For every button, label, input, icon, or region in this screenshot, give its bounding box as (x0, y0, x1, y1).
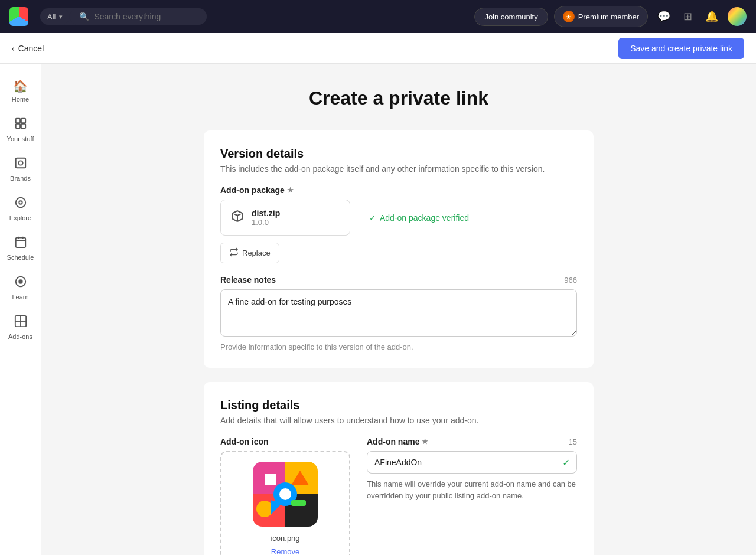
addon-name-input[interactable] (367, 451, 577, 474)
char-count-addon-name: 15 (569, 438, 577, 446)
addon-name-required: ★ (422, 438, 428, 446)
search-bar: 🔍 (70, 8, 207, 25)
version-section-title: Version details (220, 147, 577, 161)
svg-rect-1 (21, 119, 25, 123)
listing-section-desc: Add details that will allow users to und… (220, 416, 577, 425)
listing-grid: Add-on icon (220, 437, 577, 555)
addon-name-header: Add-on name ★ 15 (367, 437, 577, 446)
addon-name-hint: This name will override your current add… (367, 478, 577, 501)
release-notes-textarea[interactable] (220, 289, 577, 337)
sidebar-label-explore: Explore (9, 214, 31, 221)
svg-point-23 (279, 488, 291, 500)
svg-rect-0 (15, 119, 19, 123)
required-marker: ★ (287, 186, 294, 194)
verified-badge: ✓ Add-on package verified (369, 213, 469, 223)
addon-name-section: Add-on name ★ 15 ✓ This name will overri… (367, 437, 577, 501)
package-info: dist.zip 1.0.0 (252, 208, 280, 227)
app-logo[interactable] (9, 7, 28, 26)
verified-text: Add-on package verified (380, 213, 469, 223)
addon-package-label: Add-on package ★ (220, 185, 577, 195)
cancel-label: Cancel (18, 44, 44, 53)
sidebar-item-brands[interactable]: Brands (2, 151, 40, 188)
addon-name-input-wrapper: ✓ (367, 451, 577, 474)
icon-preview (253, 462, 318, 527)
sidebar-label-brands: Brands (10, 175, 31, 182)
package-filename: dist.zip (252, 208, 280, 218)
chevron-down-icon: ▾ (59, 13, 63, 21)
page-title: Create a private link (204, 87, 594, 109)
sidebar-item-explore[interactable]: Explore (2, 190, 40, 227)
version-details-section: Version details This includes the add-on… (204, 130, 594, 368)
sidebar-item-schedule[interactable]: Schedule (2, 230, 40, 267)
cancel-button[interactable]: ‹ Cancel (12, 44, 44, 53)
search-input[interactable] (94, 12, 197, 21)
join-community-button[interactable]: Join community (474, 8, 548, 26)
icon-remove-button[interactable]: Remove (271, 547, 299, 555)
sidebar-label-your-stuff: Your stuff (7, 135, 34, 142)
svg-point-13 (18, 279, 22, 283)
icon-filename: icon.png (271, 534, 299, 543)
content-area: Create a private link Version details Th… (41, 64, 756, 555)
search-icon: 🔍 (79, 12, 89, 21)
replace-icon (229, 247, 239, 259)
learn-icon (14, 275, 27, 291)
package-row: dist.zip 1.0.0 ✓ Add-on package verified (220, 200, 577, 236)
chat-icon[interactable]: 💬 (654, 6, 674, 27)
addon-icon-upload: Add-on icon (220, 437, 350, 555)
sidebar-item-home[interactable]: 🏠 Home (2, 73, 40, 109)
explore-icon (14, 196, 27, 212)
package-version: 1.0.0 (252, 218, 280, 227)
svg-point-5 (18, 161, 22, 165)
filter-dropdown[interactable]: All ▾ (40, 9, 70, 25)
svg-rect-2 (15, 124, 19, 128)
premium-icon: ★ (563, 11, 575, 22)
topnav: All ▾ 🔍 Join community ★ Premium member … (0, 0, 756, 33)
svg-point-7 (19, 201, 22, 204)
package-file-icon (230, 209, 245, 226)
svg-rect-24 (265, 474, 276, 485)
replace-button[interactable]: Replace (220, 243, 279, 263)
svg-point-27 (256, 501, 273, 517)
replace-label: Replace (242, 249, 271, 257)
content-inner: Create a private link Version details Th… (192, 87, 605, 555)
sidebar-item-learn[interactable]: Learn (2, 269, 40, 306)
topnav-right: Join community ★ Premium member 💬 ⊞ 🔔 (474, 6, 747, 27)
sidebar-label-schedule: Schedule (7, 254, 34, 261)
release-notes-label: Release notes (220, 275, 276, 285)
icon-upload-area[interactable]: icon.png Remove (220, 451, 350, 555)
svg-rect-3 (21, 124, 25, 128)
grid-icon[interactable]: ⊞ (680, 6, 696, 27)
notification-icon[interactable]: 🔔 (702, 6, 722, 27)
filter-label: All (47, 12, 56, 21)
premium-member-button[interactable]: ★ Premium member (554, 6, 648, 27)
svg-rect-26 (291, 500, 306, 506)
sidebar-label-learn: Learn (12, 293, 28, 301)
svg-rect-8 (15, 238, 25, 248)
package-box: dist.zip 1.0.0 (220, 200, 350, 236)
sidebar-label-addons: Add-ons (8, 333, 32, 340)
check-circle-icon: ✓ (369, 213, 376, 223)
listing-details-section: Listing details Add details that will al… (204, 382, 594, 555)
addon-icon-label: Add-on icon (220, 437, 350, 446)
main-layout: 🏠 Home Your stuff Brands (0, 64, 756, 555)
addon-name-check-icon: ✓ (562, 457, 570, 468)
sidebar-item-your-stuff[interactable]: Your stuff (2, 111, 40, 148)
sidebar-label-home: Home (12, 96, 29, 103)
release-notes-hint: Provide information specific to this ver… (220, 342, 577, 351)
svg-rect-4 (15, 158, 25, 168)
addon-name-label: Add-on name ★ (367, 437, 428, 446)
avatar[interactable] (728, 7, 747, 26)
save-private-link-button[interactable]: Save and create private link (618, 38, 744, 59)
brands-icon (14, 156, 27, 172)
char-count-release: 966 (564, 276, 577, 285)
back-arrow-icon: ‹ (12, 44, 15, 53)
version-section-desc: This includes the add-on package itself … (220, 164, 577, 174)
schedule-icon (14, 236, 27, 252)
home-icon: 🏠 (13, 79, 28, 93)
premium-label: Premium member (578, 12, 639, 21)
subtoolbar: ‹ Cancel Save and create private link (0, 33, 756, 64)
sidebar: 🏠 Home Your stuff Brands (0, 64, 41, 555)
addons-icon (14, 315, 27, 331)
listing-section-title: Listing details (220, 399, 577, 412)
sidebar-item-addons[interactable]: Add-ons (2, 309, 40, 346)
